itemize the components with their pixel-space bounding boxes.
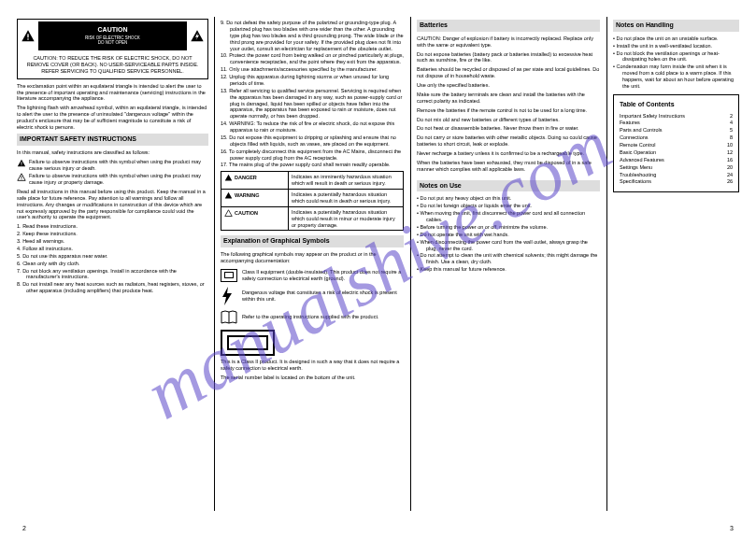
battery-para: Make sure the battery terminals are clea…: [417, 92, 600, 105]
symbol-text: Class II equipment (double-insulated). T…: [242, 269, 404, 282]
warning-triangle-icon: [224, 191, 233, 200]
handling-list: • Do not place the unit on an unstable s…: [613, 35, 739, 90]
list-item: 12. Unplug this apparatus during lightni…: [221, 74, 404, 87]
symbols-intro: The following graphical symbols may appe…: [221, 251, 404, 264]
list-item: • Install the unit in a well-ventilated …: [613, 43, 739, 49]
toc-line: Advanced Features16: [620, 157, 733, 163]
list-item: 17. The mains plug of the power supply c…: [221, 162, 404, 168]
column-2: 9. Do not defeat the safety purpose of t…: [221, 17, 404, 511]
warn-symbol-list: Failure to observe instructions with thi…: [17, 159, 208, 186]
list-item: 3. Heed all warnings.: [17, 238, 208, 245]
lightning-bolt-icon: [221, 287, 234, 305]
warn-intro: In this manual, safety instructions are …: [17, 149, 208, 156]
triangle-exclaim-explain: The exclamation point within an equilate…: [17, 83, 208, 103]
triangle-bolt-explain: The lightning flash with arrowhead symbo…: [17, 105, 208, 131]
column-1: CAUTION RISK OF ELECTRIC SHOCK DO NOT OP…: [17, 17, 208, 511]
toc-line: Specifications26: [620, 178, 733, 185]
table-row: WARNING Indicates a potentially hazardou…: [221, 190, 404, 207]
toc-line: Remote Control10: [620, 142, 733, 148]
list-item: • Do not operate the unit with wet hands…: [417, 232, 600, 238]
list-item: 5. Do not use this apparatus near water.: [17, 253, 208, 260]
caution-sub: RISK OF ELECTRIC SHOCK DO NOT OPEN: [42, 35, 183, 46]
list-item: 7. Do not block any ventilation openings…: [17, 268, 208, 281]
list-item: 10. Protect the power cord from being wa…: [221, 52, 404, 65]
list-item: 11. Only use attachments/accessories spe…: [221, 66, 404, 73]
list-item: 9. Do not defeat the safety purpose of t…: [221, 20, 404, 51]
page-number-right: 3: [730, 525, 734, 533]
warning-triangle-exclaim-icon: [21, 29, 36, 44]
safety-numbered-list-cont: 9. Do not defeat the safety purpose of t…: [221, 20, 404, 168]
svg-rect-1: [27, 38, 28, 39]
read-all-para: Read all instructions in this manual bef…: [17, 189, 208, 220]
list-item: 2. Keep these instructions.: [17, 231, 208, 237]
heading-notes-use: Notes on Use: [417, 180, 600, 192]
battery-para: Batteries should be recycled or disposed…: [417, 66, 600, 79]
list-item: 13. Refer all servicing to qualified ser…: [221, 88, 404, 120]
page-number-left: 2: [22, 525, 26, 533]
column-rule: [410, 17, 411, 511]
double-insulation-icon: [221, 269, 237, 282]
list-item: • When moving the unit, first disconnect…: [417, 210, 600, 223]
battery-para: Never recharge a battery unless it is co…: [417, 150, 600, 157]
heading-batteries: Batteries: [417, 20, 600, 32]
battery-para: Do not expose batteries (battery pack or…: [417, 51, 600, 64]
battery-para: Do not mix old and new batteries or diff…: [417, 117, 600, 123]
symbol-text: Dangerous voltage that constitutes a ris…: [242, 290, 404, 303]
notes-list: • Do not put any heavy object on this un…: [417, 195, 600, 273]
heading-symbols: Explanation of Graphical Symbols: [221, 235, 404, 247]
svg-rect-5: [21, 179, 22, 180]
safety-numbered-list: 1. Read these instructions. 2. Keep thes…: [17, 223, 208, 294]
toc-title: Table of Contents: [620, 101, 733, 109]
list-item: 8. Do not install near any heat sources …: [17, 281, 208, 294]
battery-para: Use only the specified batteries.: [417, 82, 600, 89]
list-item: • Do not put any heavy object on this un…: [417, 195, 600, 202]
list-item: 1. Read these instructions.: [17, 223, 208, 230]
column-rule: [214, 17, 215, 511]
toc-line: Features4: [620, 120, 733, 126]
column-4: Notes on Handling • Do not place the uni…: [613, 17, 739, 511]
list-item: 15. Do not expose this equipment to drip…: [221, 134, 404, 148]
svg-rect-4: [21, 176, 22, 178]
column-rule: [606, 17, 607, 511]
list-item: 4. Follow all instructions.: [17, 246, 208, 252]
list-item: • Do not attempt to clean the unit with …: [417, 252, 600, 265]
list-item: • Do not block the ventilation openings …: [613, 50, 739, 64]
toc-line: Connections8: [620, 134, 733, 141]
warning-triangle-icon: [17, 159, 26, 168]
svg-rect-2: [21, 163, 22, 165]
column-3: Batteries CAUTION: Danger of explosion i…: [417, 17, 600, 511]
heading-notes-handling: Notes on Handling: [613, 20, 739, 32]
symbol-row: Class II equipment (double-insulated). T…: [221, 269, 404, 282]
manual-page: CAUTION RISK OF ELECTRIC SHOCK DO NOT OP…: [17, 17, 739, 520]
toc-line: Basic Operation12: [620, 149, 733, 156]
warn-row-text: Failure to observe instructions with thi…: [29, 159, 208, 172]
list-item: • Do not place the unit on an unstable s…: [613, 35, 739, 42]
list-item: 16. To completely disconnect this equipm…: [221, 148, 404, 162]
toc-line: Parts and Controls5: [620, 127, 733, 134]
caution-header: CAUTION: [42, 26, 183, 35]
svg-rect-3: [21, 165, 22, 166]
battery-para: Do not carry or store batteries with oth…: [417, 134, 600, 148]
list-item: 6. Clean only with dry cloth.: [17, 261, 208, 267]
list-item: • Keep this manual for future reference.: [417, 266, 600, 273]
battery-para: When the batteries have been exhausted, …: [417, 160, 600, 173]
toc-line: Troubleshooting24: [620, 172, 733, 178]
warn-row-text: Failure to observe instructions with thi…: [29, 173, 208, 186]
list-item: • Condensation may form inside the unit …: [613, 64, 739, 90]
battery-para: Remove the batteries if the remote contr…: [417, 107, 600, 114]
symbol-row: Refer to the operating instructions supp…: [221, 310, 404, 325]
class2-note: This is a Class II product. It is design…: [221, 359, 404, 372]
battery-para: Do not heat or disassemble batteries. Ne…: [417, 125, 600, 132]
caution-triangle-icon: [224, 209, 233, 218]
danger-triangle-icon: [224, 174, 233, 182]
table-row: DANGER Indicates an imminently hazardous…: [221, 172, 404, 190]
caution-body: CAUTION: TO REDUCE THE RISK OF ELECTRIC …: [18, 52, 207, 78]
svg-rect-0: [27, 34, 28, 37]
read-manual-icon: [221, 310, 237, 325]
table-of-contents: Table of Contents Important Safety Instr…: [613, 94, 739, 193]
battery-para: CAUTION: Danger of explosion if battery …: [417, 35, 600, 49]
toc-line: Settings Menu20: [620, 164, 733, 171]
symbol-row: Dangerous voltage that constitutes a ris…: [221, 287, 404, 305]
table-row: CAUTION Indicates a potentially hazardou…: [221, 206, 404, 231]
list-item: • Do not let foreign objects or liquids …: [417, 203, 600, 209]
